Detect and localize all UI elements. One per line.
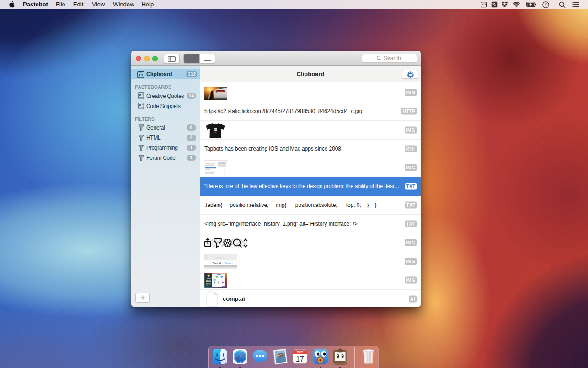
svg-text:17: 17 xyxy=(296,355,304,363)
svg-text:Cancel: Cancel xyxy=(213,262,221,265)
svg-text:Paste: Paste xyxy=(225,262,231,265)
svg-text:MAY: MAY xyxy=(297,350,304,353)
svg-text:AFTER: AFTER xyxy=(215,256,223,259)
